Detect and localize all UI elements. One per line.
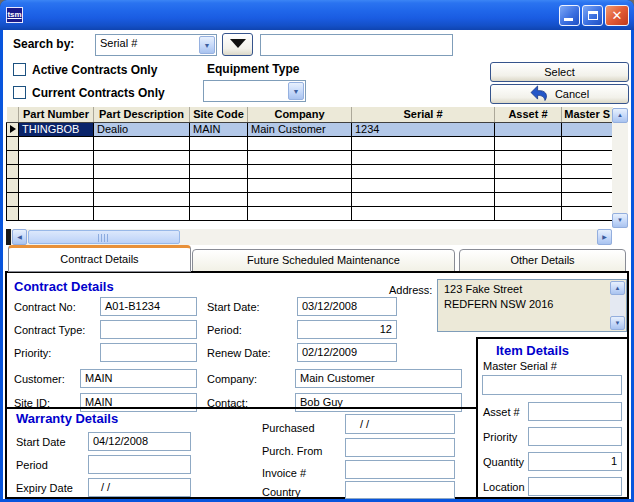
current-contracts-checkbox[interactable] (13, 86, 26, 99)
grid-cell-empty[interactable] (190, 178, 248, 192)
table-row[interactable] (7, 164, 613, 178)
col-header-asset[interactable]: Asset # (495, 107, 562, 122)
table-row[interactable]: THINGBOB Dealio MAIN Main Customer 1234 (7, 122, 613, 136)
table-row[interactable] (7, 192, 613, 206)
grid-cell-empty[interactable] (495, 178, 562, 192)
grid-cell-empty[interactable] (19, 192, 94, 206)
grid-cell-empty[interactable] (495, 164, 562, 178)
col-header-part-number[interactable]: Part Number (19, 107, 94, 122)
search-trigger-button[interactable] (222, 33, 253, 56)
scroll-up-icon[interactable]: ▲ (612, 108, 628, 123)
grid-cell-empty[interactable] (562, 150, 613, 164)
grid-cell-empty[interactable] (19, 178, 94, 192)
titlebar[interactable]: tsm ✕ (0, 0, 634, 30)
table-row[interactable] (7, 136, 613, 150)
col-header-part-description[interactable]: Part Description (94, 107, 190, 122)
contact-field[interactable]: Bob Guy (295, 393, 462, 412)
tab-contract-details[interactable]: Contract Details (8, 245, 191, 272)
grid-cell[interactable]: 1234 (352, 122, 495, 136)
table-row[interactable] (7, 150, 613, 164)
invoice-field[interactable] (345, 460, 455, 479)
grid-vscrollbar[interactable] (612, 108, 628, 228)
grid-cell-empty[interactable] (19, 150, 94, 164)
grid-cell-empty[interactable] (495, 150, 562, 164)
grid-cell[interactable]: Dealio (94, 122, 190, 136)
address-scroll-track[interactable] (610, 295, 625, 316)
grid-cell-empty[interactable] (94, 136, 190, 150)
site-id-field[interactable]: MAIN (80, 393, 197, 412)
grid-cell-empty[interactable] (190, 136, 248, 150)
grid-cell-empty[interactable] (94, 192, 190, 206)
grid-cell-empty[interactable] (352, 178, 495, 192)
grid-cell-empty[interactable] (495, 206, 562, 220)
customer-field[interactable]: MAIN (80, 369, 197, 388)
country-field[interactable] (345, 481, 455, 499)
hscroll-thumb[interactable] (28, 230, 180, 244)
grid-cell-empty[interactable] (562, 164, 613, 178)
cancel-button[interactable]: Cancel (490, 84, 629, 104)
maximize-button[interactable] (582, 5, 603, 26)
grid-cell-empty[interactable] (190, 164, 248, 178)
start-date-field[interactable]: 03/12/2008 (297, 297, 397, 316)
tab-future-scheduled-maintenance[interactable]: Future Scheduled Maintenance (192, 249, 455, 272)
purch-from-field[interactable] (345, 438, 455, 457)
grid-cell-empty[interactable] (190, 206, 248, 220)
item-priority-field[interactable] (528, 427, 622, 446)
location-field[interactable] (528, 477, 622, 496)
tab-other-details[interactable]: Other Details (459, 249, 626, 272)
master-serial-field[interactable] (482, 375, 622, 395)
chevron-down-icon[interactable]: ▼ (199, 36, 215, 54)
grid-cell-empty[interactable] (248, 136, 352, 150)
grid-cell-empty[interactable] (190, 192, 248, 206)
grid-cell[interactable]: THINGBOB (19, 122, 94, 136)
grid-cell-empty[interactable] (562, 136, 613, 150)
quantity-field[interactable]: 1 (528, 452, 622, 471)
company-field[interactable]: Main Customer (295, 369, 462, 388)
purchased-field[interactable]: / / (345, 414, 455, 434)
grid-cell-empty[interactable] (94, 178, 190, 192)
col-header-company[interactable]: Company (248, 107, 352, 122)
select-button[interactable]: Select (490, 62, 629, 82)
grid-cell-empty[interactable] (248, 206, 352, 220)
scroll-right-icon[interactable]: ▶ (597, 229, 612, 245)
contract-no-field[interactable]: A01-B1234 (100, 297, 197, 316)
grid-cell-empty[interactable] (562, 192, 613, 206)
search-input[interactable] (260, 34, 453, 56)
grid-cell-empty[interactable] (495, 192, 562, 206)
grid-cell-empty[interactable] (352, 136, 495, 150)
col-header-master-serial[interactable]: Master S (562, 107, 613, 122)
grid-cell-empty[interactable] (94, 164, 190, 178)
grid-cell[interactable]: MAIN (190, 122, 248, 136)
grid-cell-empty[interactable] (562, 178, 613, 192)
priority-field[interactable] (100, 343, 197, 362)
grid-cell-empty[interactable] (352, 192, 495, 206)
grid-cell-empty[interactable] (248, 164, 352, 178)
col-header-serial[interactable]: Serial # (352, 107, 495, 122)
scroll-left-icon[interactable]: ◀ (12, 229, 27, 245)
grid-cell[interactable] (562, 122, 613, 136)
close-button[interactable]: ✕ (605, 5, 629, 26)
grid-cell[interactable] (495, 122, 562, 136)
warranty-start-date-field[interactable]: 04/12/2008 (88, 432, 191, 451)
grid-cell-empty[interactable] (190, 150, 248, 164)
asset-field[interactable] (528, 402, 622, 421)
equipment-type-dropdown[interactable]: ▼ (203, 80, 306, 102)
table-row[interactable] (7, 178, 613, 192)
period-field[interactable]: 12 (297, 320, 397, 339)
grid-cell-empty[interactable] (19, 164, 94, 178)
grid-cell-empty[interactable] (248, 150, 352, 164)
grid-cell-empty[interactable] (248, 178, 352, 192)
address-box[interactable]: 123 Fake Street REDFERN NSW 2016 ▲ ▼ (437, 279, 627, 332)
scroll-down-icon[interactable]: ▼ (612, 213, 628, 228)
grid-cell-empty[interactable] (562, 206, 613, 220)
grid-cell-empty[interactable] (94, 206, 190, 220)
chevron-down-icon[interactable]: ▼ (288, 82, 304, 100)
renew-date-field[interactable]: 02/12/2009 (297, 343, 397, 362)
grid-cell-empty[interactable] (94, 150, 190, 164)
grid-cell-empty[interactable] (248, 192, 352, 206)
scroll-down-icon[interactable]: ▼ (610, 316, 625, 330)
grid-cell-empty[interactable] (19, 206, 94, 220)
table-row[interactable] (7, 206, 613, 220)
search-field-dropdown[interactable]: Serial # ▼ (95, 34, 217, 56)
grid-cell-empty[interactable] (352, 150, 495, 164)
